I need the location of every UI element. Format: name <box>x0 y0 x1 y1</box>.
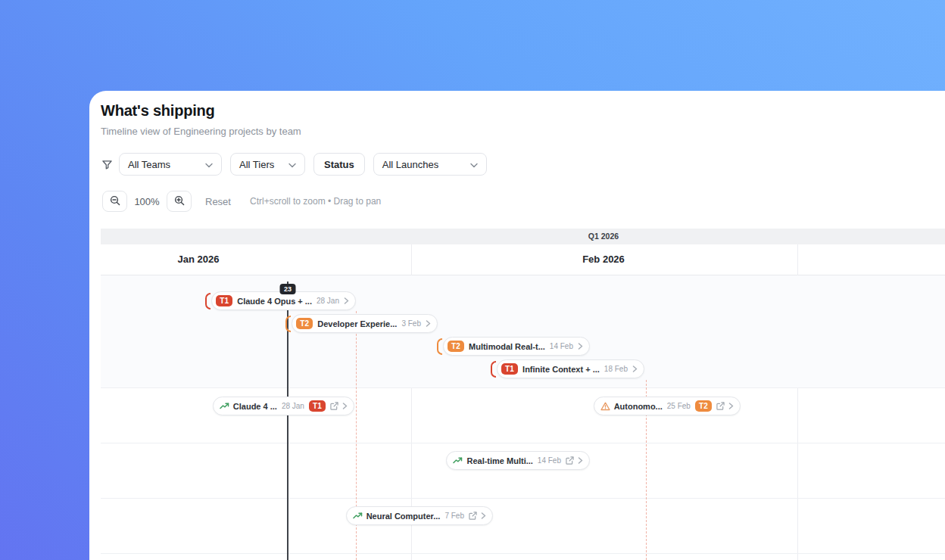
zoom-in-button[interactable] <box>167 191 192 212</box>
chevron-right-icon <box>728 403 734 409</box>
track-end-date: 28 Jan <box>317 297 339 305</box>
tiers-filter-dropdown[interactable]: All Tiers <box>230 153 305 176</box>
page-title: What's shipping <box>101 102 215 120</box>
filter-funnel-icon <box>101 158 113 170</box>
zoom-level-value: 100% <box>127 196 167 207</box>
tiers-filter-value: All Tiers <box>239 159 274 170</box>
zoom-in-icon <box>174 195 185 208</box>
chevron-right-icon <box>481 512 486 519</box>
launch-date: 7 Feb <box>444 512 464 520</box>
teams-filter-dropdown[interactable]: All Teams <box>119 153 222 176</box>
tier-badge: T2 <box>296 318 313 329</box>
filter-bar: All Teams All Tiers Status All Launches <box>101 153 495 176</box>
track-name: Multimodal Real-t... <box>469 342 545 351</box>
teams-filter-value: All Teams <box>128 159 170 170</box>
today-marker-badge: 23 <box>280 284 296 294</box>
tier-badge: T1 <box>309 400 326 412</box>
track-name: Infinite Context + ... <box>522 365 600 374</box>
chevron-right-icon <box>578 457 583 464</box>
month-header: Jan 2026 Feb 2026 <box>101 244 945 275</box>
page-subtitle: Timeline view of Engineering projects by… <box>101 126 301 137</box>
chevron-right-icon <box>578 343 583 350</box>
track-end-date: 3 Feb <box>401 319 421 328</box>
row-divider <box>101 498 945 499</box>
launch-pill[interactable]: Real-time Multi...14 Feb <box>446 451 590 470</box>
whats-shipping-card: What's shipping Timeline view of Enginee… <box>89 91 945 560</box>
trending-up-icon <box>353 512 363 520</box>
quarter-header: Q1 2026 <box>101 229 945 244</box>
external-link-icon <box>469 512 477 520</box>
zoom-out-icon <box>110 195 120 208</box>
trending-up-icon <box>220 402 229 410</box>
month-label-jan: Jan 2026 <box>178 254 220 265</box>
timeline[interactable]: Q1 2026 Jan 2026 Feb 2026 23 T1Claude 4 … <box>101 229 945 560</box>
zoom-reset-button[interactable]: Reset <box>205 196 231 207</box>
launch-name: Autonomo... <box>614 402 663 411</box>
chevron-right-icon <box>342 403 348 409</box>
track-pill[interactable]: T2Multimodal Real-t...14 Feb <box>443 337 590 356</box>
launch-name: Claude 4 ... <box>233 402 277 411</box>
track-pill[interactable]: T1Infinite Context + ...18 Feb <box>497 359 644 378</box>
chevron-down-icon <box>205 159 213 170</box>
track-end-date: 14 Feb <box>550 342 573 350</box>
launches-filter-value: All Launches <box>382 159 438 170</box>
launch-name: Real-time Multi... <box>466 456 532 465</box>
chevron-down-icon <box>288 159 296 170</box>
track-start-bracket <box>285 316 291 332</box>
zoom-out-button[interactable] <box>102 191 127 212</box>
zoom-hint-text: Ctrl+scroll to zoom • Drag to pan <box>250 196 381 207</box>
warning-icon <box>600 402 610 411</box>
launch-date: 28 Jan <box>282 402 304 410</box>
launch-name: Neural Computer... <box>366 512 441 521</box>
external-link-icon <box>716 402 725 410</box>
trending-up-icon <box>453 456 463 465</box>
external-link-icon <box>566 456 574 465</box>
launch-date: 25 Feb <box>667 402 691 410</box>
chevron-right-icon <box>426 320 431 327</box>
row-divider <box>101 553 945 554</box>
tier-badge: T1 <box>501 363 518 375</box>
quarter-label: Q1 2026 <box>588 229 619 244</box>
launch-date: 14 Feb <box>538 456 561 465</box>
launch-pill[interactable]: Neural Computer...7 Feb <box>346 506 493 525</box>
tier-badge: T2 <box>448 341 464 352</box>
track-name: Developer Experie... <box>317 319 397 328</box>
launch-pill[interactable]: Autonomo...25 FebT2 <box>594 397 741 415</box>
track-start-bracket <box>437 338 442 355</box>
desktop-background: What's shipping Timeline view of Enginee… <box>0 0 945 560</box>
track-end-date: 18 Feb <box>604 365 628 373</box>
launches-filter-dropdown[interactable]: All Launches <box>373 153 487 176</box>
launch-pill[interactable]: Claude 4 ...28 JanT1 <box>213 397 354 415</box>
tier-badge: T1 <box>216 295 232 306</box>
external-link-icon <box>330 402 338 410</box>
zoom-toolbar: 100% Reset Ctrl+scroll to zoom • Drag to… <box>102 191 381 212</box>
track-start-bracket <box>491 361 496 378</box>
status-filter-button[interactable]: Status <box>313 153 365 176</box>
track-name: Claude 4 Opus + ... <box>237 297 312 306</box>
row-divider <box>101 387 945 388</box>
row-divider <box>101 443 945 443</box>
timeline-chart[interactable] <box>101 275 945 560</box>
month-label-feb: Feb 2026 <box>582 254 625 265</box>
track-start-bracket <box>205 293 211 310</box>
chevron-right-icon <box>632 366 638 372</box>
chevron-right-icon <box>344 297 349 304</box>
chevron-down-icon <box>470 159 478 170</box>
tier-badge: T2 <box>695 400 712 412</box>
track-pill[interactable]: T2Developer Experie...3 Feb <box>292 314 438 333</box>
